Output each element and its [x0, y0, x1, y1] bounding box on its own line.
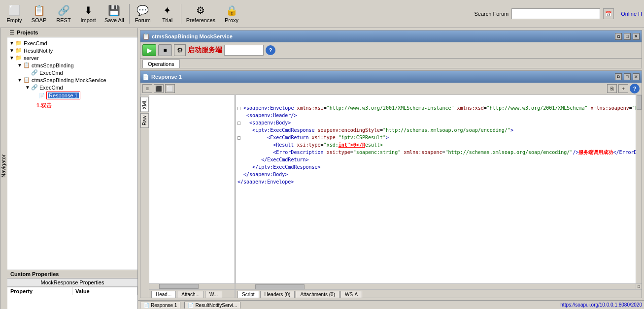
- resp-close-btn[interactable]: ✕: [633, 73, 640, 80]
- close-btn[interactable]: ✕: [633, 33, 640, 40]
- right-panels: 📋 ctmsSoapBinding MockService ⧉ □ ✕ ▶ ■ …: [138, 28, 644, 309]
- tree-expand-icon[interactable]: ▼: [9, 48, 14, 53]
- play-button[interactable]: ▶: [142, 44, 156, 56]
- stop-button[interactable]: ■: [158, 44, 172, 56]
- custom-props-label: Custom Properties: [10, 271, 59, 277]
- resp-help-btn[interactable]: ?: [630, 84, 640, 93]
- tree-expand-icon[interactable]: ▼: [9, 55, 14, 61]
- mock-service-panel: 📋 ctmsSoapBinding MockService ⧉ □ ✕ ▶ ■ …: [140, 30, 642, 68]
- status-tab-icon2: 📄: [188, 303, 194, 308]
- settings-btn[interactable]: ⬜: [165, 84, 175, 93]
- xml-line-11: </soapenv:Envelope>: [237, 179, 294, 185]
- tree-expand-icon[interactable]: ▼: [17, 62, 22, 68]
- right-editor[interactable]: □ <soapenv:Envelope xmlns:xsi="http://ww…: [236, 95, 642, 283]
- response-panel: 📄 Response 1 ⧉ □ ✕ ≡ ⬛ ⬜ ⎘ + ? XML Raw: [140, 70, 642, 298]
- tree-item-resultnotify-root[interactable]: ▼ 📁 ResultNotify: [9, 47, 136, 54]
- left-editor[interactable]: [149, 95, 236, 283]
- left-scrollbar-h[interactable]: [149, 283, 235, 289]
- custom-props-header: Custom Properties: [7, 270, 137, 278]
- mock-response-props: MockResponse Properties: [7, 278, 137, 287]
- proxy-icon: 🔒: [226, 4, 238, 16]
- restore-btn[interactable]: ⧉: [615, 33, 622, 40]
- xml-line-4: <iptv:ExecCmdResponse soapenv:encodingSt…: [237, 127, 513, 133]
- status-tab-response1[interactable]: 📄 Response 1: [140, 302, 180, 309]
- help-button[interactable]: ?: [266, 45, 275, 55]
- response-title-bar: 📄 Response 1 ⧉ □ ✕: [140, 71, 642, 83]
- tree-item-execcmd-binding[interactable]: 🔗 ExecCmd: [9, 69, 136, 76]
- xml-line-2: <soapenv:Header/>: [237, 113, 297, 118]
- tree-expand-icon[interactable]: ▼: [17, 77, 22, 83]
- prop-col-value: Value: [72, 287, 137, 295]
- gear-button[interactable]: ⚙: [174, 44, 186, 56]
- raw-tab[interactable]: Raw: [140, 113, 149, 128]
- tree-item-label: ResultNotify: [24, 48, 53, 54]
- online-label: Online H: [621, 11, 642, 17]
- right-scrollbar-h[interactable]: □: [236, 283, 642, 289]
- toolbar-soap[interactable]: 📋 SOAP: [27, 1, 51, 26]
- soap-icon: 📋: [33, 4, 45, 16]
- status-url: https://soapui.org/10.0.0.1:8080/2020: [560, 302, 642, 308]
- tree-expand-icon[interactable]: ▼: [9, 40, 14, 46]
- empty-label: Empty: [6, 17, 22, 23]
- saveall-icon: 💾: [108, 4, 120, 16]
- tree-item-execcmd-root[interactable]: ▼ 📁 ExecCmd: [9, 39, 136, 47]
- folder-icon: 📁: [15, 47, 22, 54]
- tree-item-mockservice[interactable]: ▼ 📋 ctmsSoapBinding MockService: [9, 76, 136, 84]
- annotation-double-click: 1.双击: [36, 102, 136, 109]
- port-input[interactable]: [224, 45, 264, 56]
- saveall-label: Save All: [104, 17, 124, 23]
- tree-header-icon: ☰: [9, 29, 15, 36]
- tree-item-label: ExecCmd: [39, 70, 63, 76]
- right-tab-headers[interactable]: Headers (0): [260, 291, 295, 298]
- toolbar-forum[interactable]: 💬 Forum: [131, 1, 155, 26]
- tree-item-server[interactable]: ▼ 📁 server: [9, 54, 136, 62]
- toolbar-trial[interactable]: ✦ Trial: [155, 1, 180, 26]
- toolbar-rest[interactable]: 🔗 REST: [51, 1, 76, 26]
- status-tab-resultnotify[interactable]: 📄 ResultNotifyServi...: [184, 302, 240, 309]
- xml-line-9: </iptv:ExecCmdResponse>: [237, 164, 321, 170]
- trial-label: Trial: [162, 17, 172, 23]
- toolbar-import[interactable]: ⬇ Import: [76, 1, 101, 26]
- toolbar-sep1: [129, 4, 130, 24]
- forum-label: Forum: [135, 17, 151, 23]
- right-tab-script[interactable]: Script: [237, 291, 259, 298]
- toolbar-empty[interactable]: ⬜ Empty: [2, 1, 27, 26]
- left-tab-w[interactable]: W...: [205, 291, 222, 298]
- left-tab-head[interactable]: Head...: [151, 291, 176, 298]
- status-tab-icon1: 📄: [143, 303, 149, 308]
- add-btn[interactable]: +: [618, 84, 628, 93]
- response-controls: ≡ ⬛ ⬜ ⎘ + ?: [140, 83, 642, 95]
- copy-btn[interactable]: ⎘: [607, 84, 617, 93]
- rest-icon: 🔗: [58, 4, 70, 16]
- navigator-sidebar: Navigator: [0, 28, 7, 309]
- resp-maximize-btn[interactable]: □: [624, 73, 631, 80]
- maximize-btn[interactable]: □: [624, 33, 631, 40]
- mock-response-props-label: MockResponse Properties: [40, 279, 104, 285]
- resp-restore-btn[interactable]: ⧉: [615, 73, 622, 80]
- format-btn[interactable]: ≡: [142, 84, 152, 93]
- preferences-icon: ⚙: [196, 4, 205, 16]
- toolbar-preferences[interactable]: ⚙ Preferences: [182, 1, 219, 26]
- toolbar-saveall[interactable]: 💾 Save All: [101, 1, 128, 26]
- right-tab-wsa[interactable]: WS-A: [340, 291, 362, 298]
- operations-tab[interactable]: Operations: [142, 60, 180, 68]
- right-scrollbar-v[interactable]: [636, 95, 642, 283]
- tree-item-label: server: [24, 55, 39, 61]
- toolbar-proxy[interactable]: 🔒 Proxy: [219, 1, 244, 26]
- tree-expand-icon[interactable]: ▼: [25, 85, 30, 90]
- status-tab-label2: ResultNotifyServi...: [195, 303, 237, 308]
- tree-item-ctmssoapbinding[interactable]: ▼ 📋 ctmsSoapBinding: [9, 62, 136, 69]
- left-tab-attach[interactable]: Attach...: [177, 291, 204, 298]
- xml-tab[interactable]: XML: [140, 97, 149, 112]
- proxy-label: Proxy: [225, 17, 238, 23]
- search-calendar-icon[interactable]: 📅: [603, 8, 614, 19]
- wrap-btn[interactable]: ⬛: [154, 84, 164, 93]
- search-area: Search Forum 📅 Online H: [475, 8, 643, 19]
- right-tab-attachments[interactable]: Attachments (0): [296, 291, 339, 298]
- tree-item-response1-label: Response 1: [48, 93, 79, 98]
- corner-btn[interactable]: □: [636, 284, 642, 290]
- search-input[interactable]: [511, 8, 600, 19]
- props-columns: Property Value: [7, 287, 137, 295]
- tree-item-execcmd-mock[interactable]: ▼ 🔗 ExecCmd: [9, 84, 136, 91]
- tree-item-response1[interactable]: 📄 Response 1: [9, 91, 136, 100]
